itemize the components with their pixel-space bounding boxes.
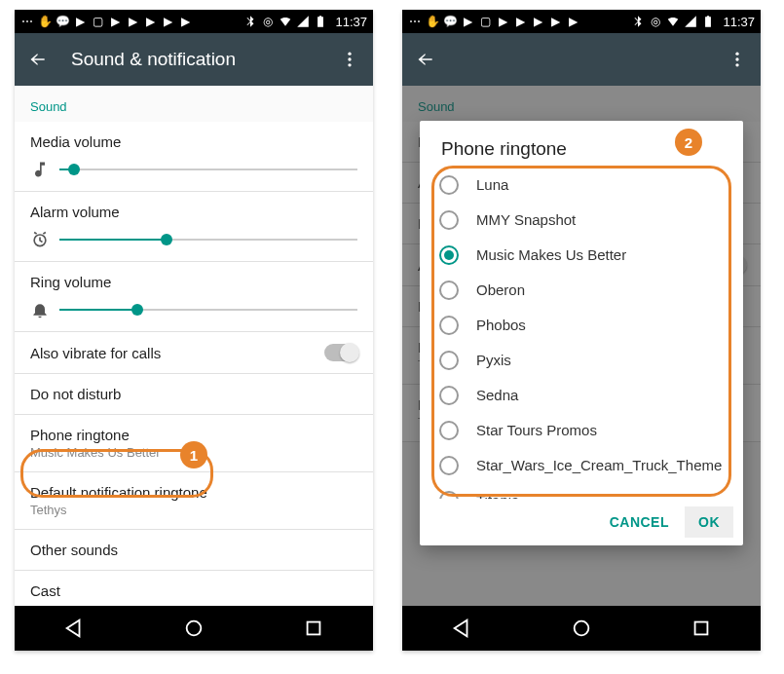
ringtone-option[interactable]: Sedna <box>435 378 737 413</box>
bluetooth-icon <box>631 15 645 28</box>
more-icon: ⋯ <box>20 15 34 28</box>
nav-recent-icon[interactable] <box>303 618 324 639</box>
ringtone-option[interactable]: Star_Wars_Ice_Cream_Truck_Theme <box>435 448 737 483</box>
ringtone-option[interactable]: Phobos <box>435 308 737 343</box>
ringtone-option-label: Star Tours Promos <box>476 422 597 439</box>
sync-icon: ◎ <box>261 15 275 28</box>
signal-icon <box>296 15 310 28</box>
alarm-slider[interactable] <box>59 239 357 241</box>
svg-point-9 <box>575 621 589 636</box>
row-phone-ringtone[interactable]: Phone ringtone Music Makes Us Better <box>15 415 373 472</box>
battery-icon <box>701 15 715 28</box>
radio-icon <box>439 245 459 265</box>
ringtone-option-label: Oberon <box>476 281 525 299</box>
nav-home-icon[interactable] <box>571 618 592 639</box>
notif-title: Default notification ringtone <box>30 484 357 501</box>
row-cast[interactable]: Cast <box>15 571 373 606</box>
row-media-volume[interactable]: Media volume <box>15 122 373 192</box>
row-dnd[interactable]: Do not disturb <box>15 374 373 415</box>
ringtone-sub: Music Makes Us Better <box>30 445 357 460</box>
dnd-label: Do not disturb <box>30 386 357 402</box>
cancel-button[interactable]: CANCEL <box>596 506 683 538</box>
svg-point-0 <box>348 53 351 56</box>
video2-icon: ▶ <box>513 15 527 28</box>
ringtone-option[interactable]: Star Tours Promos <box>435 413 737 448</box>
radio-icon <box>439 210 459 230</box>
nav-bar <box>402 606 761 651</box>
ringtone-option[interactable]: Oberon <box>435 273 737 308</box>
vibrate-label: Also vibrate for calls <box>30 345 324 361</box>
svg-rect-5 <box>307 622 319 635</box>
radio-icon <box>439 175 459 195</box>
ring-slider[interactable] <box>59 309 357 311</box>
row-vibrate[interactable]: Also vibrate for calls <box>15 332 373 374</box>
ringtone-option[interactable]: Music Makes Us Better <box>435 238 737 273</box>
ringtone-option-label: Titania <box>476 492 519 499</box>
alarm-volume-label: Alarm volume <box>30 204 357 220</box>
ringtone-option[interactable]: Pyxis <box>435 343 737 378</box>
cast-label: Cast <box>30 582 357 599</box>
image-icon: ▢ <box>478 15 492 28</box>
settings-content-dimmed: Sound Media volume Alarm volume Ring vol… <box>402 86 761 606</box>
music-icon <box>30 160 50 179</box>
ringtone-option-label: Music Makes Us Better <box>476 246 626 264</box>
hand-icon: ✋ <box>38 15 52 28</box>
radio-icon <box>439 351 459 370</box>
ring-volume-label: Ring volume <box>30 274 357 290</box>
radio-icon <box>439 421 459 440</box>
bluetooth-icon <box>243 15 257 28</box>
settings-content: Sound Media volume Alarm volume <box>15 86 373 606</box>
row-other-sounds[interactable]: Other sounds <box>15 530 373 571</box>
back-icon[interactable] <box>416 50 435 69</box>
ringtone-option-label: Star_Wars_Ice_Cream_Truck_Theme <box>476 457 722 474</box>
nav-back-icon[interactable] <box>63 618 85 639</box>
ringtone-option-list[interactable]: LunaMMY SnapshotMusic Makes Us BetterObe… <box>420 168 743 499</box>
section-sound-label: Sound <box>15 86 373 122</box>
app-bar: Sound & notification <box>15 33 373 86</box>
phone-left: ⋯ ✋ 💬 ▶ ▢ ▶ ▶ ▶ ▶ ▶ ◎ 11:37 <box>15 10 373 651</box>
ringtone-option-label: Phobos <box>476 317 526 334</box>
svg-point-4 <box>187 621 202 636</box>
dialog-title: Phone ringtone <box>420 121 743 168</box>
video3-icon: ▶ <box>143 15 157 28</box>
bell-icon <box>30 300 50 319</box>
svg-point-6 <box>735 53 738 56</box>
radio-icon <box>439 456 459 475</box>
row-alarm-volume[interactable]: Alarm volume <box>15 192 373 262</box>
hand-icon: ✋ <box>426 15 439 28</box>
video4-icon: ▶ <box>548 15 562 28</box>
status-bar: ⋯ ✋ 💬 ▶ ▢ ▶ ▶ ▶ ▶ ▶ ◎ 11:37 <box>402 10 761 33</box>
other-label: Other sounds <box>30 542 357 558</box>
row-notification-ringtone[interactable]: Default notification ringtone Tethys <box>15 472 373 530</box>
video5-icon: ▶ <box>566 15 579 28</box>
row-ring-volume[interactable]: Ring volume <box>15 262 373 332</box>
ringtone-option[interactable]: Luna <box>435 168 737 203</box>
nav-back-icon[interactable] <box>451 618 472 639</box>
svg-rect-10 <box>694 622 707 635</box>
overflow-icon[interactable] <box>340 50 359 69</box>
status-time: 11:37 <box>723 15 755 29</box>
ok-button[interactable]: OK <box>685 506 733 538</box>
svg-point-2 <box>348 63 351 66</box>
image-icon: ▢ <box>91 15 104 28</box>
vibrate-toggle[interactable] <box>324 344 357 361</box>
chat-icon: 💬 <box>443 15 457 28</box>
nav-recent-icon[interactable] <box>691 618 712 639</box>
video2-icon: ▶ <box>126 15 139 28</box>
video-icon: ▶ <box>496 15 509 28</box>
svg-point-8 <box>735 63 738 66</box>
media-slider[interactable] <box>59 168 357 170</box>
radio-icon <box>439 386 459 405</box>
nav-bar <box>15 606 373 651</box>
overflow-icon[interactable] <box>728 50 747 69</box>
notif-sub: Tethys <box>30 503 357 517</box>
radio-icon <box>439 491 459 499</box>
back-icon[interactable] <box>28 50 48 69</box>
ringtone-option[interactable]: Titania <box>435 483 737 499</box>
wifi-icon <box>279 15 292 28</box>
nav-home-icon[interactable] <box>183 618 205 639</box>
ringtone-option[interactable]: MMY Snapshot <box>435 203 737 238</box>
ringtone-option-label: Pyxis <box>476 352 511 369</box>
ringtone-title: Phone ringtone <box>30 427 357 443</box>
phone-right: ⋯ ✋ 💬 ▶ ▢ ▶ ▶ ▶ ▶ ▶ ◎ 11:37 <box>402 10 761 651</box>
